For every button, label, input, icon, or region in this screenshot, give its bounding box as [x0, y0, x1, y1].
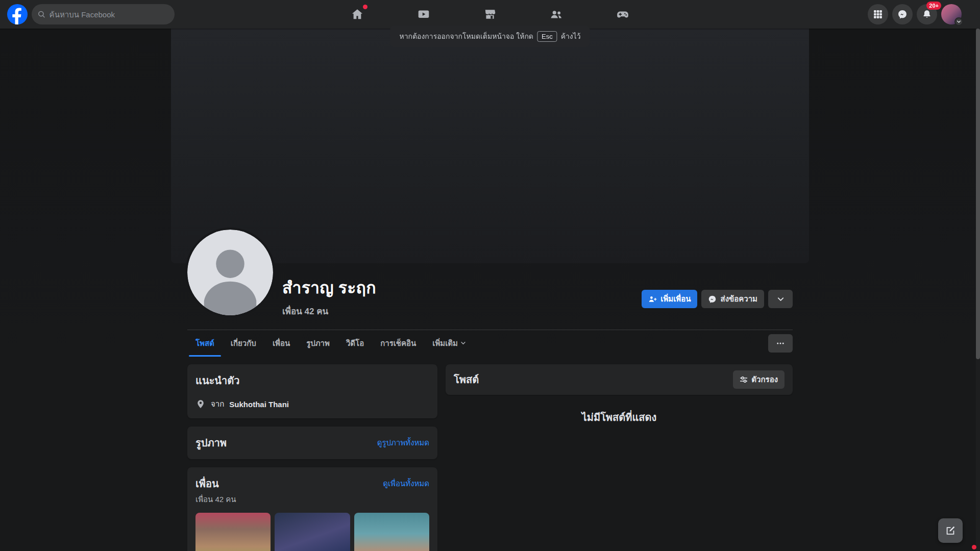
nav-tab-groups[interactable]	[523, 0, 590, 29]
photos-title: รูปภาพ	[195, 435, 227, 451]
red-indicator-dot	[972, 545, 976, 549]
navbar-left	[0, 4, 175, 24]
message-icon	[708, 295, 717, 304]
tab-about-label: เกี่ยวกับ	[231, 337, 256, 349]
friends-card: เพื่อน ดูเพื่อนทั้งหมด เพื่อน 42 คน	[187, 467, 437, 551]
tabbar-ellipsis-button[interactable]	[768, 334, 793, 353]
nav-tab-marketplace[interactable]	[457, 0, 523, 29]
profile-actions: เพิ่มเพื่อน ส่งข้อความ	[642, 263, 793, 330]
intro-location-value: Sukhothai Thani	[229, 400, 289, 409]
search-icon	[38, 10, 45, 18]
left-column: แนะนำตัว จาก Sukhothai Thani รูปภาพ ดูรู…	[187, 364, 437, 551]
profile-tabbar: โพสต์ เกี่ยวกับ เพื่อน รูปภาพ วิดีโอ การ…	[187, 330, 793, 356]
tab-about[interactable]: เกี่ยวกับ	[223, 330, 264, 357]
person-add-icon	[648, 295, 657, 304]
filter-sliders-icon	[740, 375, 748, 384]
friends-summary: เพื่อน 42 คน	[282, 304, 376, 318]
message-label: ส่งข้อความ	[720, 293, 757, 305]
facebook-logo[interactable]	[7, 4, 28, 24]
tab-friends-label: เพื่อน	[273, 337, 290, 349]
posts-title: โพสต์	[454, 371, 479, 388]
notifications-button[interactable]: 20+	[917, 4, 937, 24]
home-notification-dot	[363, 5, 368, 9]
account-chevron-icon	[954, 17, 963, 26]
apps-grid-icon	[873, 9, 883, 19]
gaming-icon	[616, 8, 629, 21]
tab-posts-label: โพสต์	[195, 337, 214, 349]
intro-card: แนะนำตัว จาก Sukhothai Thani	[187, 364, 437, 418]
posts-filter-card: โพสต์ ตัวกรอง	[446, 364, 793, 395]
toast-text-before: หากต้องการออกจากโหมดเต็มหน้าจอ ให้กด	[399, 31, 533, 42]
no-posts-message: ไม่มีโพสต์ที่แสดง	[446, 409, 793, 425]
watch-video-icon	[417, 8, 430, 21]
profile-info-row: สำราญ ระฤก เพื่อน 42 คน เพิ่มเพื่อน	[171, 263, 809, 330]
compose-pencil-icon	[945, 525, 956, 536]
profile-body: แนะนำตัว จาก Sukhothai Thani รูปภาพ ดูรู…	[171, 356, 809, 551]
photos-card: รูปภาพ ดูรูปภาพทั้งหมด	[187, 427, 437, 459]
facebook-logo-icon	[7, 4, 28, 24]
posts-filter-button[interactable]: ตัวกรอง	[733, 370, 785, 389]
see-all-friends-link[interactable]: ดูเพื่อนทั้งหมด	[383, 478, 429, 490]
intro-title: แนะนำตัว	[195, 372, 429, 389]
home-icon	[351, 8, 364, 21]
right-column: โพสต์ ตัวกรอง ไม่มีโพสต์ที่แสดง	[446, 364, 793, 425]
account-avatar-button[interactable]	[941, 4, 962, 24]
marketplace-icon	[483, 8, 497, 21]
tab-photos[interactable]: รูปภาพ	[298, 330, 338, 357]
navbar-right: 20+	[868, 4, 980, 24]
nav-tab-home[interactable]	[324, 0, 390, 29]
messenger-button[interactable]	[892, 4, 913, 24]
search-input[interactable]	[50, 10, 168, 19]
fullscreen-exit-toast: หากต้องการออกจากโหมดเต็มหน้าจอ ให้กด Esc…	[390, 26, 590, 47]
tab-posts[interactable]: โพสต์	[187, 330, 223, 357]
top-navbar: 20+	[0, 0, 980, 29]
tab-more[interactable]: เพิ่มเติม	[424, 330, 474, 357]
default-avatar-silhouette-icon	[187, 230, 273, 315]
tab-checkins[interactable]: การเช็คอิน	[372, 330, 424, 357]
see-all-photos-link[interactable]: ดูรูปภาพทั้งหมด	[377, 437, 429, 449]
toast-text-after: ค้างไว้	[561, 31, 581, 42]
nav-tab-gaming[interactable]	[590, 0, 656, 29]
tab-videos[interactable]: วิดีโอ	[338, 330, 372, 357]
compose-post-button[interactable]	[938, 518, 963, 543]
cover-photo	[171, 29, 809, 263]
tab-more-label: เพิ่มเติม	[432, 337, 458, 349]
profile-header-section: สำราญ ระฤก เพื่อน 42 คน เพิ่มเพื่อน	[0, 29, 980, 356]
add-friend-label: เพิ่มเพื่อน	[660, 293, 691, 305]
esc-keycap: Esc	[537, 31, 557, 42]
page-content: สำราญ ระฤก เพื่อน 42 คน เพิ่มเพื่อน	[0, 0, 980, 551]
tab-checkins-label: การเช็คอิน	[380, 337, 416, 349]
friends-count-subtitle: เพื่อน 42 คน	[195, 493, 429, 506]
profile-avatar[interactable]	[187, 230, 273, 315]
tab-photos-label: รูปภาพ	[306, 337, 330, 349]
intro-location-prefix: จาก	[211, 398, 224, 410]
location-pin-icon	[195, 399, 206, 409]
profile-name: สำราญ ระฤก	[282, 274, 376, 300]
search-bar[interactable]	[32, 4, 175, 24]
friend-photo-thumbnail[interactable]	[354, 513, 429, 551]
nav-tab-watch[interactable]	[390, 0, 457, 29]
friends-title: เพื่อน	[195, 475, 219, 492]
message-button[interactable]: ส่งข้อความ	[701, 290, 764, 308]
friends-grid	[195, 513, 429, 551]
posts-filter-label: ตัวกรอง	[751, 373, 778, 386]
groups-icon	[550, 8, 563, 21]
chevron-down-icon	[777, 295, 785, 303]
friend-photo-thumbnail[interactable]	[275, 513, 350, 551]
tab-friends[interactable]: เพื่อน	[264, 330, 298, 357]
intro-location-row: จาก Sukhothai Thani	[195, 398, 429, 410]
apps-menu-button[interactable]	[868, 4, 888, 24]
bell-icon	[922, 9, 932, 19]
messenger-icon	[897, 9, 908, 19]
navbar-center-tabs	[324, 0, 656, 29]
page-scrollbar	[976, 29, 980, 551]
friend-photo-thumbnail[interactable]	[195, 513, 271, 551]
tab-videos-label: วิดีโอ	[346, 337, 364, 349]
scrollbar-thumb[interactable]	[976, 29, 980, 359]
ellipsis-icon	[776, 339, 785, 348]
notification-count-badge: 20+	[926, 2, 941, 10]
chevron-down-icon	[460, 340, 466, 346]
profile-more-dropdown-button[interactable]	[768, 290, 793, 308]
add-friend-button[interactable]: เพิ่มเพื่อน	[642, 290, 697, 308]
